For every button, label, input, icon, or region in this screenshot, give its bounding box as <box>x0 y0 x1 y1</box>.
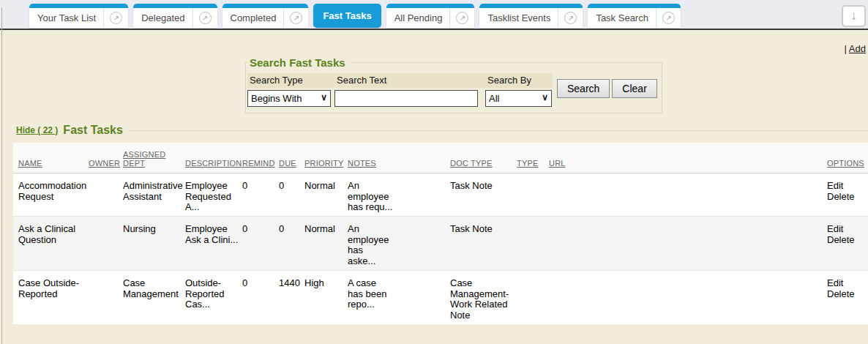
cell-text: A case has been repo... <box>348 278 393 310</box>
sort-link[interactable]: ASSIGNED DEPT <box>123 150 168 168</box>
search-text-input[interactable] <box>334 90 478 107</box>
down-arrow-icon: ↓ <box>850 9 857 23</box>
column-header-name: NAME <box>13 143 89 173</box>
tab-all-pending[interactable]: All Pending↗ <box>386 4 475 28</box>
sort-link[interactable]: URL <box>549 159 566 168</box>
tab-fast-tasks[interactable]: Fast Tasks <box>313 4 381 28</box>
cell-priority: Normal <box>304 217 348 271</box>
delete-link[interactable]: Delete <box>827 235 865 246</box>
cell-text: An employee has aske... <box>348 224 393 267</box>
cell-doctype: Case Management-Work Related Note <box>450 270 517 324</box>
tab-divider <box>192 8 193 28</box>
fast-tasks-section-header: Hide ( 22 ) Fast Tasks <box>16 124 868 137</box>
table-header-row: NAMEOWNERASSIGNED DEPTDESCRIPTIONREMINDD… <box>13 143 868 173</box>
tab-body: Your Task List↗ <box>29 8 128 28</box>
sort-link[interactable]: DOC TYPE <box>450 159 493 168</box>
tab-bar: Your Task List↗Delegated↗Completed↗Fast … <box>0 0 868 30</box>
column-header-url: URL <box>549 143 827 173</box>
hide-count-link[interactable]: Hide ( 22 ) <box>16 125 58 135</box>
cell-url <box>549 217 827 271</box>
cell-notes: An employee has aske... <box>348 217 450 271</box>
tab-body: Tasklist Events↗ <box>479 8 583 28</box>
cell-text: An employee has requ... <box>348 181 393 213</box>
tab-task-search[interactable]: Task Search↗ <box>588 4 681 28</box>
tab-label: Delegated <box>141 12 192 23</box>
cell-text: Accommodation Request <box>18 181 86 202</box>
cell-text: 0 <box>279 181 302 192</box>
cell-text: Case Outside-Reported <box>18 278 86 299</box>
search-type-label: Search Type <box>247 73 334 88</box>
edit-link[interactable]: Edit <box>827 181 865 192</box>
column-header-priority: PRIORITY <box>304 143 348 173</box>
sort-link[interactable]: REMIND <box>242 159 275 168</box>
sort-link[interactable]: PRIORITY <box>304 159 344 168</box>
separator: | <box>845 43 847 54</box>
cell-name: Case Outside-Reported <box>13 270 89 324</box>
cell-type <box>517 173 549 217</box>
search-button[interactable]: Search <box>557 79 610 98</box>
sort-link[interactable]: OPTIONS <box>827 159 864 168</box>
cell-due: 1440 <box>279 270 304 324</box>
tab-label: Fast Tasks <box>323 10 371 21</box>
tab-completed[interactable]: Completed↗ <box>222 4 309 28</box>
app-window: Your Task List↗Delegated↗Completed↗Fast … <box>0 0 868 344</box>
external-link-icon[interactable]: ↗ <box>564 12 577 24</box>
cell-text: Normal <box>304 181 345 192</box>
tab-tasklist-events[interactable]: Tasklist Events↗ <box>479 4 583 28</box>
sort-link[interactable]: OWNER <box>89 159 120 168</box>
external-link-icon[interactable]: ↗ <box>662 12 675 24</box>
cell-text: Outside-Reported Cas... <box>185 278 239 310</box>
sort-link[interactable]: DESCRIPTION <box>185 159 242 168</box>
sort-link[interactable]: NAME <box>18 159 42 168</box>
cell-text: Case Management <box>123 278 182 299</box>
cell-text: 0 <box>242 224 276 235</box>
edit-link[interactable]: Edit <box>827 278 865 289</box>
cell-text: Administrative Assistant <box>123 181 182 202</box>
delete-link[interactable]: Delete <box>827 289 865 300</box>
tab-label: Completed <box>231 12 284 23</box>
sort-link[interactable]: TYPE <box>517 159 539 168</box>
column-header-owner: OWNER <box>89 143 123 173</box>
external-link-icon[interactable]: ↗ <box>290 12 302 24</box>
column-header-doctype: DOC TYPE <box>450 143 517 173</box>
external-link-icon[interactable]: ↗ <box>199 12 212 24</box>
table-row: Case Outside-ReportedCase ManagementOuts… <box>13 270 868 324</box>
search-type-select[interactable]: Begins With <box>247 90 331 107</box>
cell-notes: An employee has requ... <box>348 173 450 217</box>
search-panel: Search Fast Tasks Search Type Search Tex… <box>245 56 662 113</box>
clear-button[interactable]: Clear <box>612 79 656 98</box>
cell-assigned: Case Management <box>123 270 185 324</box>
section-title: Fast Tasks <box>63 124 123 137</box>
sort-link[interactable]: NOTES <box>348 159 376 168</box>
sort-link[interactable]: DUE <box>279 159 296 168</box>
tab-divider <box>103 8 104 28</box>
external-link-icon[interactable]: ↗ <box>456 12 468 24</box>
cell-text: 0 <box>279 224 302 235</box>
add-link[interactable]: Add <box>849 43 866 54</box>
tab-your-task-list[interactable]: Your Task List↗ <box>29 4 128 28</box>
cell-name: Ask a Clinical Question <box>13 217 89 271</box>
cell-priority: Normal <box>304 173 348 217</box>
tab-scroll-button[interactable]: ↓ <box>842 5 866 27</box>
cell-options: EditDelete <box>827 270 868 324</box>
cell-text: Nursing <box>123 224 182 235</box>
search-by-label: Search By <box>485 73 553 88</box>
cell-url <box>549 173 827 217</box>
cell-text: Task Note <box>450 224 514 235</box>
cell-due: 0 <box>279 217 304 271</box>
tab-divider <box>558 8 558 28</box>
cell-owner <box>89 270 123 324</box>
tab-body: Completed↗ <box>222 8 309 28</box>
cell-text: 0 <box>242 181 276 192</box>
tab-label: Task Search <box>596 12 656 23</box>
column-header-assigned: ASSIGNED DEPT <box>123 143 185 173</box>
external-link-icon[interactable]: ↗ <box>110 12 122 24</box>
cell-text: 0 <box>242 278 276 289</box>
cell-text: Employee Ask a Clini... <box>185 224 239 245</box>
tab-body: Delegated↗ <box>133 8 217 28</box>
tab-delegated[interactable]: Delegated↗ <box>133 4 217 28</box>
delete-link[interactable]: Delete <box>827 192 865 203</box>
column-header-desc: DESCRIPTION <box>185 143 242 173</box>
search-by-select[interactable]: All <box>485 90 552 107</box>
edit-link[interactable]: Edit <box>827 224 865 235</box>
